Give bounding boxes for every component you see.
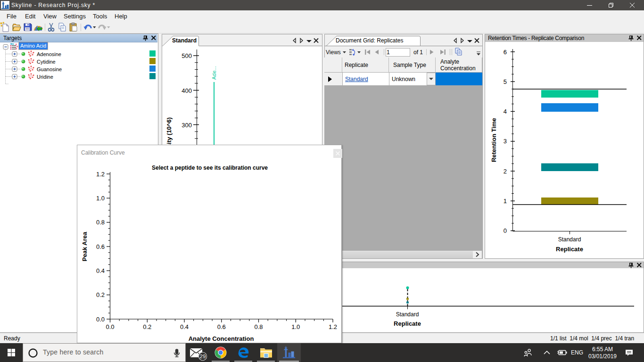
svg-text:0.2: 0.2 [143,323,151,330]
svg-text:Peak Area: Peak Area [81,231,88,261]
svg-text:1.2: 1.2 [329,323,337,330]
svg-text:0.4: 0.4 [96,267,105,274]
svg-text:0.2: 0.2 [96,291,105,298]
svg-text:Replicate: Replicate [394,320,421,327]
svg-text:1: 1 [504,197,507,205]
svg-text:Ade...: Ade... [211,66,217,80]
svg-text:0.6: 0.6 [96,243,105,250]
svg-text:1.0: 1.0 [291,323,300,330]
svg-text:0.0: 0.0 [96,316,105,323]
svg-text:Retention Time: Retention Time [490,118,497,162]
svg-text:0.8: 0.8 [254,323,263,330]
svg-text:Select a peptide to see its ca: Select a peptide to see its calibration … [152,165,268,171]
svg-text:0.6: 0.6 [217,323,226,330]
svg-text:Standard: Standard [558,236,581,243]
svg-text:0.8: 0.8 [96,219,105,226]
svg-text:0: 0 [504,227,507,234]
svg-text:3: 3 [504,138,507,145]
svg-text:6: 6 [504,49,507,56]
svg-text:2: 2 [504,168,507,175]
svg-text:29: 29 [200,354,206,359]
svg-text:4: 4 [504,108,507,115]
svg-text:5: 5 [504,78,507,85]
svg-text:Analyte Concentration: Analyte Concentration [189,335,254,342]
svg-text:Replicate: Replicate [556,246,583,253]
svg-text:of 1: of 1 [413,49,423,56]
svg-text:1.2: 1.2 [96,171,105,178]
svg-text:400: 400 [182,87,192,94]
svg-text:300: 300 [182,122,192,129]
svg-text:1: 1 [387,49,390,56]
svg-text:Standard: Standard [396,311,419,318]
svg-text:0.0: 0.0 [106,323,114,330]
svg-text:1.0: 1.0 [96,195,105,202]
svg-text:0.4: 0.4 [180,323,189,330]
svg-text:500: 500 [182,52,192,59]
